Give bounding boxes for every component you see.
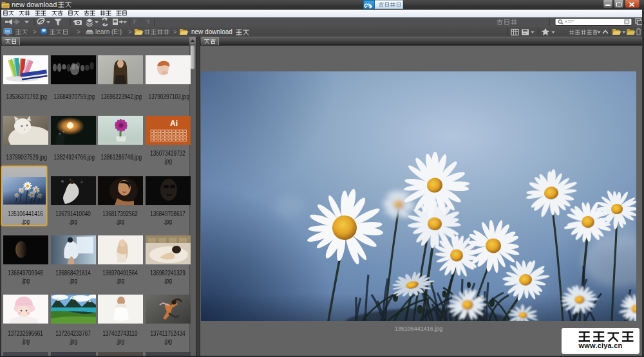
svg-text:Ai: Ai [170, 119, 178, 128]
